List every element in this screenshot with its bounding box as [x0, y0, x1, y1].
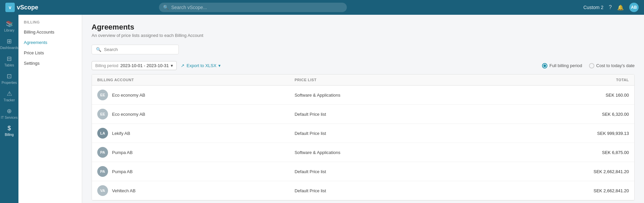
export-button[interactable]: ↗ Export to XLSX ▾: [181, 63, 221, 68]
account-avatar: PA: [97, 147, 108, 158]
sidebar-item-dashboards-label: Dashboards: [0, 46, 18, 50]
cell-billing-account: EE Eco economy AB: [92, 86, 289, 105]
billing-period-value: 2023-10-01 - 2023-10-31: [120, 63, 169, 68]
account-avatar: VA: [97, 185, 108, 196]
controls-left: Billing period 2023-10-01 - 2023-10-31 ▾…: [92, 61, 221, 70]
logo-icon: v: [5, 3, 15, 12]
custom-label[interactable]: Custom 2: [583, 5, 603, 10]
account-name: Pumpa AB: [112, 169, 132, 174]
cell-billing-account: PA Pumpa AB: [92, 162, 289, 181]
cell-price-list: Default Price list: [289, 124, 479, 143]
table-row[interactable]: EE Eco economy AB Software & Application…: [92, 86, 634, 105]
table-row[interactable]: PA Pumpa AB Software & Applications SEK …: [92, 143, 634, 162]
sidebar-billing-accounts[interactable]: Billing Accounts: [18, 27, 82, 37]
main-content: Agreements An overview of price lists as…: [82, 15, 644, 203]
table-body: EE Eco economy AB Software & Application…: [92, 86, 634, 200]
it-services-icon: ⊕: [7, 107, 12, 115]
cell-total: SEK 6,320.00: [479, 105, 634, 124]
radio-cost-today-label: Cost to today's date: [596, 63, 635, 68]
sidebar-item-billing[interactable]: $ Billing: [0, 122, 18, 139]
sidebar-item-tables-label: Tables: [4, 63, 14, 67]
search-bar-container: 🔍: [92, 45, 635, 54]
chevron-down-icon: ▾: [171, 63, 173, 68]
account-avatar: PA: [97, 166, 108, 177]
cell-total: SEK 2,662,841.20: [479, 162, 634, 181]
cell-billing-account: VA Vehltech AB: [92, 181, 289, 200]
global-search[interactable]: 🔍: [159, 3, 347, 12]
library-icon: 📚: [6, 20, 13, 28]
help-icon[interactable]: ?: [609, 4, 612, 10]
radio-full-billing-inner: [543, 64, 546, 67]
radio-full-billing[interactable]: Full billing period: [542, 63, 582, 68]
cell-price-list: Default Price list: [289, 162, 479, 181]
cell-total: SEK 999,939.13: [479, 124, 634, 143]
global-search-input[interactable]: [159, 3, 347, 12]
table-row[interactable]: EE Eco economy AB Default Price list SEK…: [92, 105, 634, 124]
billing-section-title: BILLING: [18, 19, 82, 27]
cell-billing-account: LA Lekify AB: [92, 124, 289, 143]
agreements-table: BILLING ACCOUNT PRICE LIST TOTAL EE Eco …: [92, 74, 634, 200]
page-subtitle: An overview of price lists assigned to e…: [92, 33, 635, 38]
dashboards-icon: ⊞: [7, 38, 12, 45]
billing-sidebar: BILLING Billing Accounts Agreements Pric…: [18, 15, 82, 203]
sidebar-item-tracker-label: Tracker: [4, 98, 15, 102]
account-avatar: EE: [97, 109, 108, 119]
billing-period-label: Billing period: [95, 63, 118, 68]
table-row[interactable]: PA Pumpa AB Default Price list SEK 2,662…: [92, 162, 634, 181]
nav-right: Custom 2 ? 🔔 AB: [583, 3, 639, 12]
controls-right: Full billing period Cost to today's date: [542, 63, 635, 68]
cell-billing-account: EE Eco economy AB: [92, 105, 289, 124]
sidebar-settings[interactable]: Settings: [18, 58, 82, 68]
search-input[interactable]: [104, 47, 174, 52]
export-icon: ↗: [181, 63, 184, 68]
billing-period-button[interactable]: Billing period 2023-10-01 - 2023-10-31 ▾: [92, 61, 177, 70]
properties-icon: ⊡: [7, 72, 12, 80]
cell-total: SEK 160.00: [479, 86, 634, 105]
sidebar-item-tables[interactable]: ⊟ Tables: [0, 52, 18, 70]
sidebar-icons: 📚 Library ⊞ Dashboards ⊟ Tables ⊡ Proper…: [0, 15, 18, 203]
col-price-list: PRICE LIST: [289, 74, 479, 86]
col-billing-account: BILLING ACCOUNT: [92, 74, 289, 86]
logo[interactable]: v vScope: [5, 3, 39, 12]
page-title: Agreements: [92, 23, 635, 32]
sidebar-item-it-services[interactable]: ⊕ IT Services: [0, 105, 18, 122]
search-bar-icon: 🔍: [96, 47, 101, 52]
export-label: Export to XLSX: [186, 63, 216, 68]
tracker-icon: ⚠: [7, 90, 12, 97]
sidebar-item-it-services-label: IT Services: [1, 116, 18, 119]
cell-total: SEK 2,662,841.20: [479, 181, 634, 200]
account-name: Eco economy AB: [112, 112, 145, 117]
bell-icon[interactable]: 🔔: [617, 4, 624, 11]
table-row[interactable]: LA Lekify AB Default Price list SEK 999,…: [92, 124, 634, 143]
export-chevron-icon: ▾: [218, 63, 221, 68]
sidebar-item-billing-label: Billing: [5, 133, 14, 137]
account-avatar: LA: [97, 128, 108, 139]
account-name: Vehltech AB: [112, 188, 136, 193]
radio-full-billing-circle: [542, 63, 547, 68]
table-row[interactable]: VA Vehltech AB Default Price list SEK 2,…: [92, 181, 634, 200]
user-avatar[interactable]: AB: [629, 3, 639, 12]
radio-full-billing-label: Full billing period: [549, 63, 582, 68]
search-icon: 🔍: [163, 5, 169, 10]
cell-price-list: Default Price list: [289, 105, 479, 124]
billing-icon: $: [7, 125, 11, 132]
sidebar-price-lists[interactable]: Price Lists: [18, 48, 82, 58]
search-bar[interactable]: 🔍: [92, 45, 179, 54]
sidebar-item-dashboards[interactable]: ⊞ Dashboards: [0, 35, 18, 52]
radio-cost-today-circle: [589, 63, 594, 68]
account-name: Lekify AB: [112, 131, 130, 136]
controls-row: Billing period 2023-10-01 - 2023-10-31 ▾…: [92, 61, 635, 70]
cell-price-list: Software & Applications: [289, 86, 479, 105]
sidebar-item-tracker[interactable]: ⚠ Tracker: [0, 87, 18, 105]
radio-cost-today[interactable]: Cost to today's date: [589, 63, 635, 68]
account-avatar: EE: [97, 90, 108, 100]
top-navigation: v vScope 🔍 Custom 2 ? 🔔 AB: [0, 0, 644, 15]
account-name: Pumpa AB: [112, 150, 132, 155]
cell-price-list: Software & Applications: [289, 143, 479, 162]
sidebar-agreements[interactable]: Agreements: [18, 37, 82, 48]
sidebar-item-properties[interactable]: ⊡ Properties: [0, 70, 18, 87]
sidebar-item-library[interactable]: 📚 Library: [0, 17, 18, 35]
cell-billing-account: PA Pumpa AB: [92, 143, 289, 162]
logo-text: vScope: [17, 4, 38, 11]
sidebar-item-properties-label: Properties: [2, 81, 17, 85]
